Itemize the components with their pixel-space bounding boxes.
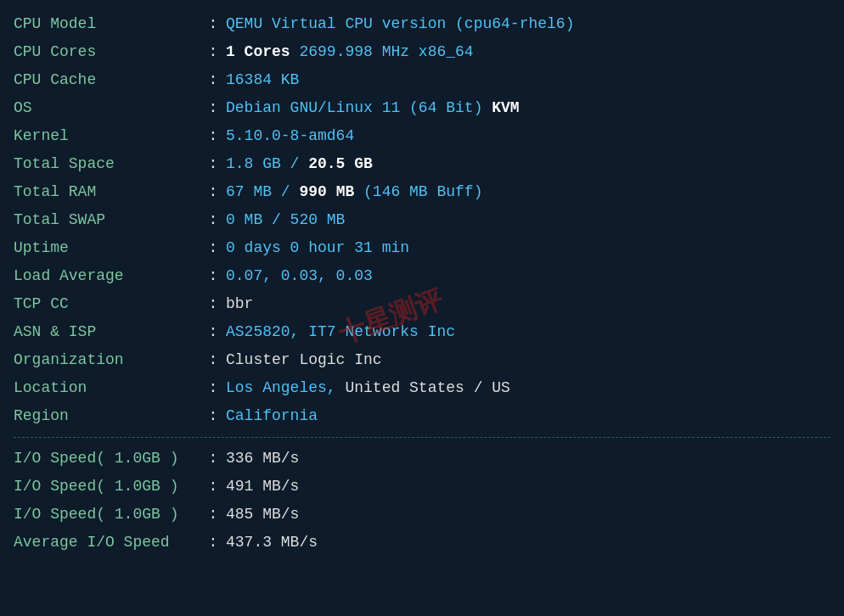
value-segment: 0 MB / 520 MB xyxy=(226,211,345,228)
value-segment: 20.5 GB xyxy=(308,155,373,172)
row-colon: : xyxy=(200,234,226,262)
row-value: 1.8 GB / 20.5 GB xyxy=(226,150,830,178)
value-segment: Cluster Logic Inc xyxy=(226,351,382,368)
io-table-row: I/O Speed( 1.0GB ):485 MB/s xyxy=(14,501,830,529)
value-segment: 990 MB xyxy=(299,183,363,200)
io-row-label: I/O Speed( 1.0GB ) xyxy=(14,501,200,529)
table-row: TCP CC:bbr xyxy=(14,290,830,318)
value-segment: 5.10.0-8-amd64 xyxy=(226,127,354,144)
row-value: 67 MB / 990 MB (146 MB Buff) xyxy=(226,178,830,206)
value-segment: KVM xyxy=(492,99,519,116)
row-label: TCP CC xyxy=(14,290,200,318)
value-segment: QEMU Virtual CPU version (cpu64-rhel6) xyxy=(226,15,574,32)
row-value: AS25820, IT7 Networks Inc xyxy=(226,318,830,346)
row-value: 0 days 0 hour 31 min xyxy=(226,234,830,262)
row-colon: : xyxy=(200,10,226,38)
value-segment: 2699.998 MHz x86_64 xyxy=(299,43,473,60)
row-label: Load Average xyxy=(14,262,200,290)
row-value: Cluster Logic Inc xyxy=(226,346,830,374)
value-segment: 1.8 GB / xyxy=(226,155,308,172)
row-value: 1 Cores 2699.998 MHz x86_64 xyxy=(226,38,830,66)
value-segment: 1 Cores xyxy=(226,43,299,60)
row-colon: : xyxy=(200,38,226,66)
row-value: California xyxy=(226,402,830,430)
row-colon: : xyxy=(200,318,226,346)
io-row-value: 336 MB/s xyxy=(226,445,830,473)
divider xyxy=(14,437,830,438)
row-label: ASN & ISP xyxy=(14,318,200,346)
io-table-row: I/O Speed( 1.0GB ):491 MB/s xyxy=(14,473,830,501)
io-row-colon: : xyxy=(200,529,226,557)
io-table-row: Average I/O Speed:437.3 MB/s xyxy=(14,529,830,557)
row-colon: : xyxy=(200,178,226,206)
row-label: Total Space xyxy=(14,150,200,178)
table-row: Kernel:5.10.0-8-amd64 xyxy=(14,122,830,150)
io-row-colon: : xyxy=(200,445,226,473)
row-value: 5.10.0-8-amd64 xyxy=(226,122,830,150)
row-colon: : xyxy=(200,66,226,94)
value-segment: Debian GNU/Linux 11 (64 Bit) xyxy=(226,99,492,116)
value-segment: Los Angeles, xyxy=(226,379,345,396)
row-value: 0 MB / 520 MB xyxy=(226,206,830,234)
table-row: Region:California xyxy=(14,402,830,430)
table-row: OS:Debian GNU/Linux 11 (64 Bit) KVM xyxy=(14,94,830,122)
row-label: Location xyxy=(14,374,200,402)
table-row: Load Average:0.07, 0.03, 0.03 xyxy=(14,262,830,290)
row-colon: : xyxy=(200,262,226,290)
value-segment: 0 days 0 hour 31 min xyxy=(226,239,409,256)
row-value: Debian GNU/Linux 11 (64 Bit) KVM xyxy=(226,94,830,122)
row-colon: : xyxy=(200,402,226,430)
table-row: CPU Cache:16384 KB xyxy=(14,66,830,94)
table-row: Location:Los Angeles, United States / US xyxy=(14,374,830,402)
row-label: Kernel xyxy=(14,122,200,150)
io-row-value: 491 MB/s xyxy=(226,473,830,501)
value-segment: (146 MB Buff) xyxy=(363,183,482,200)
row-colon: : xyxy=(200,94,226,122)
row-value: bbr xyxy=(226,290,830,318)
table-row: Total Space:1.8 GB / 20.5 GB xyxy=(14,150,830,178)
row-value: QEMU Virtual CPU version (cpu64-rhel6) xyxy=(226,10,830,38)
row-colon: : xyxy=(200,150,226,178)
table-row: Organization:Cluster Logic Inc xyxy=(14,346,830,374)
io-table-row: I/O Speed( 1.0GB ):336 MB/s xyxy=(14,445,830,473)
value-segment: California xyxy=(226,407,318,424)
row-label: CPU Model xyxy=(14,10,200,38)
system-info-table: CPU Model:QEMU Virtual CPU version (cpu6… xyxy=(14,10,830,430)
value-segment: AS25820, IT7 Networks Inc xyxy=(226,323,455,340)
io-row-value: 437.3 MB/s xyxy=(226,529,830,557)
io-row-label: Average I/O Speed xyxy=(14,529,200,557)
row-label: CPU Cache xyxy=(14,66,200,94)
row-colon: : xyxy=(200,206,226,234)
row-colon: : xyxy=(200,290,226,318)
table-row: Total RAM:67 MB / 990 MB (146 MB Buff) xyxy=(14,178,830,206)
value-segment: bbr xyxy=(226,295,253,312)
value-segment: 0.07, 0.03, 0.03 xyxy=(226,267,373,284)
row-label: Total RAM xyxy=(14,178,200,206)
row-value: 16384 KB xyxy=(226,66,830,94)
value-segment: United States / US xyxy=(345,379,509,396)
io-row-colon: : xyxy=(200,501,226,529)
io-row-label: I/O Speed( 1.0GB ) xyxy=(14,445,200,473)
row-colon: : xyxy=(200,122,226,150)
table-row: ASN & ISP:AS25820, IT7 Networks Inc xyxy=(14,318,830,346)
table-row: Uptime:0 days 0 hour 31 min xyxy=(14,234,830,262)
row-colon: : xyxy=(200,374,226,402)
io-row-value: 485 MB/s xyxy=(226,501,830,529)
row-label: CPU Cores xyxy=(14,38,200,66)
value-segment: 67 MB / xyxy=(226,183,299,200)
main-container: 十星测评 CPU Model:QEMU Virtual CPU version … xyxy=(14,10,830,557)
row-label: Organization xyxy=(14,346,200,374)
row-value: 0.07, 0.03, 0.03 xyxy=(226,262,830,290)
row-label: OS xyxy=(14,94,200,122)
row-value: Los Angeles, United States / US xyxy=(226,374,830,402)
table-row: Total SWAP:0 MB / 520 MB xyxy=(14,206,830,234)
row-label: Total SWAP xyxy=(14,206,200,234)
row-label: Uptime xyxy=(14,234,200,262)
row-label: Region xyxy=(14,402,200,430)
io-row-colon: : xyxy=(200,473,226,501)
table-row: CPU Cores:1 Cores 2699.998 MHz x86_64 xyxy=(14,38,830,66)
io-row-label: I/O Speed( 1.0GB ) xyxy=(14,473,200,501)
io-speed-table: I/O Speed( 1.0GB ):336 MB/sI/O Speed( 1.… xyxy=(14,445,830,557)
value-segment: 16384 KB xyxy=(226,71,299,88)
table-row: CPU Model:QEMU Virtual CPU version (cpu6… xyxy=(14,10,830,38)
